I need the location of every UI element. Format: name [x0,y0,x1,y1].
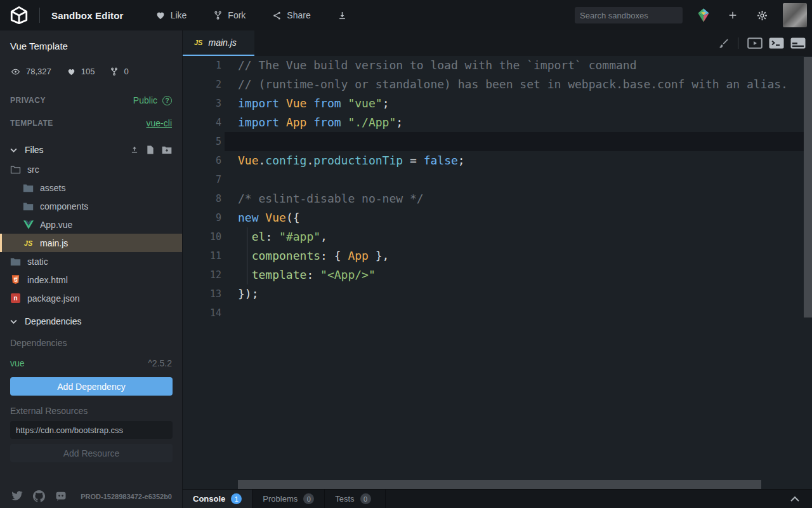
twitter-icon[interactable] [10,490,24,502]
tests-badge: 0 [360,493,371,504]
line-number: 14 [183,304,221,323]
folder-icon [23,202,34,211]
add-dependency-button[interactable]: Add Dependency [10,377,173,396]
export-button[interactable] [337,11,347,20]
cube-icon [10,6,29,25]
preview-toggle[interactable] [747,37,763,49]
dependency-version: ^2.5.2 [148,358,172,368]
file-label: index.html [27,275,68,285]
files-section-header[interactable]: Files [0,145,182,155]
fork-icon [110,67,119,76]
template-link[interactable]: vue-cli [147,118,172,128]
code-line: 1// The Vue build version to load with t… [183,56,804,75]
github-icon[interactable] [32,490,46,503]
gem-icon [695,7,712,23]
add-resource-button[interactable]: Add Resource [10,444,173,462]
npm-icon: n [10,293,21,303]
code-editor[interactable]: 1// The Vue build version to load with t… [183,56,804,480]
dependency-row-vue[interactable]: vue ^2.5.2 [0,348,182,368]
file-item-app-vue[interactable]: App.vue [0,215,182,234]
share-button[interactable]: Share [272,10,310,20]
code-line: 11 components: { App }, [183,246,804,265]
search-box [575,7,683,23]
horizontal-scrollbar [183,480,804,489]
console-toggle[interactable] [769,37,784,49]
tab-tests[interactable]: Tests 0 [325,490,386,508]
chevron-down-icon [10,148,17,152]
chevron-down-icon [10,319,17,324]
paintbrush-icon [718,38,729,49]
codesandbox-logo[interactable] [9,5,29,25]
collapse-console-button[interactable] [790,490,812,508]
line-number: 5 [183,132,221,151]
html5-icon [10,275,21,284]
code-line: 14 [183,304,804,323]
toolbar-divider [738,37,738,49]
line-number: 7 [183,170,221,189]
sidebar-footer: PROD-1528983472-e6352b0 [0,490,182,503]
file-item-components[interactable]: components [0,197,182,215]
js-icon: JS [23,239,34,247]
tab-console[interactable]: Console 1 [183,490,252,508]
build-id: PROD-1528983472-e6352b0 [81,493,172,500]
fork-icon [213,10,223,20]
discord-icon[interactable] [54,490,68,502]
files-header-label: Files [25,145,44,155]
file-item-assets[interactable]: assets [0,178,182,197]
file-label: main.js [40,238,68,248]
patron-gem-icon[interactable] [695,7,712,23]
help-icon[interactable]: ? [162,96,172,105]
search-input[interactable] [580,11,691,20]
terminal-icon [769,37,784,49]
dependency-name: vue [10,358,25,368]
gear-icon [757,10,768,21]
layout-toggle[interactable] [790,37,806,49]
share-icon [272,11,282,20]
sandbox-stats: 78,327 105 0 [0,51,182,76]
vertical-scrollbar [804,56,812,480]
new-folder-icon[interactable] [162,145,172,154]
settings-button[interactable] [754,7,770,23]
tab-bar: JS main.js [183,30,812,56]
console-tab-label: Console [193,494,225,504]
dependencies-section-header[interactable]: Dependencies [0,316,182,326]
privacy-value: Public [133,95,157,105]
download-icon [337,11,347,20]
likes-count: 105 [81,67,95,76]
code-line: 7 [183,170,804,189]
tab-problems[interactable]: Problems 0 [252,490,325,508]
horizontal-scrollbar-thumb[interactable] [238,480,761,489]
user-avatar[interactable] [783,3,807,27]
file-item-main-js[interactable]: JS main.js [0,234,182,252]
forks-stat: 0 [110,67,128,76]
sidebar: Vue Template 78,327 105 0 PRIVACY Public… [0,30,183,508]
new-sandbox-button[interactable] [724,7,741,23]
tab-main-js[interactable]: JS main.js [183,30,254,56]
file-item-static[interactable]: static [0,252,182,271]
prettier-button[interactable] [718,38,729,49]
folder-open-icon [10,165,21,174]
code-line: 2// (runtime-only or standalone) has bee… [183,75,804,94]
problems-badge: 0 [303,493,314,504]
file-item-src[interactable]: src [0,160,182,178]
chevron-up-icon [790,496,799,502]
resource-url-input[interactable] [10,421,173,439]
upload-icon[interactable] [130,145,139,154]
vertical-scrollbar-thumb[interactable] [804,57,812,318]
app-title: Sandbox Editor [51,10,124,21]
folder-icon [10,257,21,266]
new-file-icon[interactable] [147,145,154,154]
file-label: assets [40,183,65,193]
file-label: package.json [27,293,80,304]
fork-button[interactable]: Fork [213,10,246,20]
like-button[interactable]: Like [155,10,187,20]
code-line: 9new Vue({ [183,208,804,227]
file-item-package-json[interactable]: n package.json [0,289,182,307]
file-label: static [27,257,48,267]
file-item-index-html[interactable]: index.html [0,271,182,289]
topbar-divider [39,8,40,23]
forks-count: 0 [124,67,128,76]
heart-icon [67,67,76,76]
template-label: TEMPLATE [10,119,53,128]
fork-label: Fork [228,10,246,20]
